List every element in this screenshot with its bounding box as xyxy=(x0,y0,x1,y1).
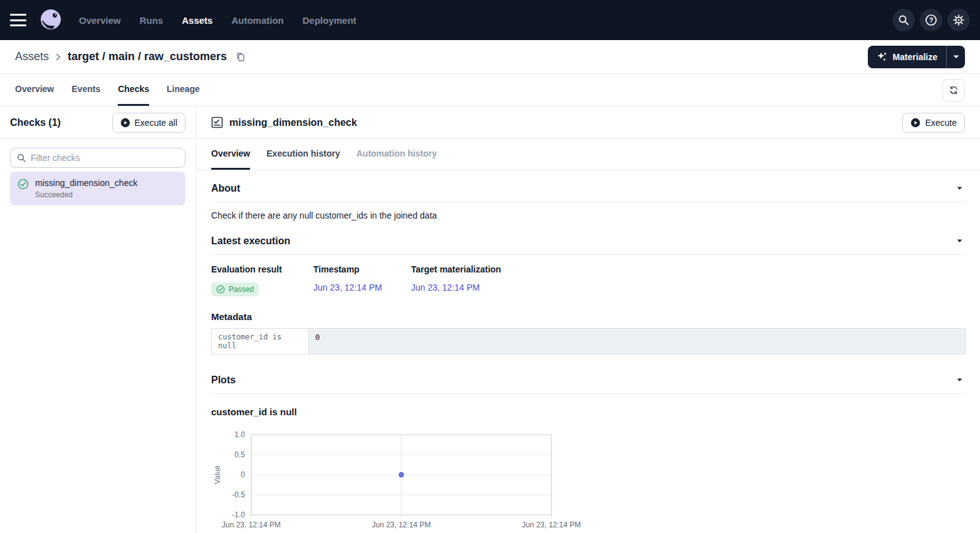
search-icon xyxy=(17,153,26,162)
copy-button[interactable] xyxy=(236,52,246,62)
materialize-button[interactable]: Materialize xyxy=(868,46,946,68)
check-circle-icon xyxy=(18,179,29,190)
status-badge: Passed xyxy=(211,282,259,296)
tab-lineage[interactable]: Lineage xyxy=(167,74,200,106)
plots-section-header: Plots xyxy=(196,354,980,393)
tab-checks[interactable]: Checks xyxy=(118,74,149,106)
plots-collapse-button[interactable] xyxy=(954,376,965,385)
asset-key-path: target / main / raw_customers xyxy=(68,50,227,63)
latest-execution-collapse-button[interactable] xyxy=(954,237,965,246)
check-description: Check if there are any null customer_ids… xyxy=(196,202,980,222)
metadata-value: 0 xyxy=(309,329,965,354)
nav-item-assets[interactable]: Assets xyxy=(182,15,212,26)
svg-text:-0.5: -0.5 xyxy=(232,490,245,499)
plots-heading: Plots xyxy=(211,375,236,386)
svg-text:Jun 23, 12:14 PM: Jun 23, 12:14 PM xyxy=(222,520,281,529)
search-icon xyxy=(898,14,909,26)
chevron-right-icon xyxy=(55,53,61,61)
check-detail-tabs: Overview Execution history Automation hi… xyxy=(196,139,980,170)
materialize-label: Materialize xyxy=(892,52,937,62)
tab-automation-history[interactable]: Automation history xyxy=(357,139,437,170)
hamburger-menu-icon[interactable] xyxy=(10,14,26,26)
metadata-heading: Metadata xyxy=(196,296,980,328)
col-timestamp: Timestamp xyxy=(313,264,411,274)
refresh-button[interactable] xyxy=(942,79,965,101)
latest-execution-section-header: Latest execution xyxy=(196,222,980,254)
nav-item-deployment[interactable]: Deployment xyxy=(303,15,357,26)
svg-text:Jun 23, 12:14 PM: Jun 23, 12:14 PM xyxy=(372,520,430,529)
tab-events[interactable]: Events xyxy=(71,74,100,106)
tab-check-overview[interactable]: Overview xyxy=(211,139,250,170)
metadata-key: customer_id is null xyxy=(212,329,309,354)
col-evaluation-result: Evaluation result xyxy=(211,264,313,274)
about-collapse-button[interactable] xyxy=(954,184,965,193)
value-plot-container: 1.00.50-0.5-1.0Jun 23, 12:14 PMJun 23, 1… xyxy=(196,417,980,533)
primary-nav: Overview Runs Assets Automation Deployme… xyxy=(79,15,357,26)
svg-text:?: ? xyxy=(929,16,934,24)
check-detail-panel: missing_dimension_check Execute Overview… xyxy=(196,106,980,533)
help-icon: ? xyxy=(925,14,937,26)
sparkle-icon xyxy=(877,51,887,62)
checks-sidebar: Checks (1) Execute all missing_d xyxy=(0,106,196,533)
caret-down-icon xyxy=(957,378,962,382)
breadcrumb: Assets target / main / raw_customers xyxy=(15,50,246,63)
refresh-icon xyxy=(949,85,959,95)
nav-actions: ? xyxy=(892,9,970,31)
dagster-logo[interactable] xyxy=(38,7,64,33)
latest-execution-table: Evaluation result Passed Timestamp Jun 2… xyxy=(196,255,980,296)
nav-item-runs[interactable]: Runs xyxy=(140,15,164,26)
execute-button[interactable]: Execute xyxy=(902,113,965,133)
evaluation-result-value: Passed xyxy=(229,285,254,294)
check-item-status: Succeeded xyxy=(35,190,137,199)
copy-icon xyxy=(236,52,246,62)
caret-down-icon xyxy=(957,187,962,190)
breadcrumb-bar: Assets target / main / raw_customers Mat… xyxy=(0,40,980,74)
svg-text:Value: Value xyxy=(213,465,222,484)
materialize-split-button: Materialize xyxy=(868,46,965,68)
breadcrumb-assets-link[interactable]: Assets xyxy=(15,50,49,63)
svg-text:0.5: 0.5 xyxy=(234,450,245,459)
target-materialization-link[interactable]: Jun 23, 12:14 PM xyxy=(411,282,501,292)
check-title: missing_dimension_check xyxy=(229,117,357,128)
svg-text:-1.0: -1.0 xyxy=(232,510,245,519)
svg-text:1.0: 1.0 xyxy=(234,430,245,439)
check-circle-icon xyxy=(216,285,225,294)
settings-button[interactable] xyxy=(947,9,970,31)
metadata-table: customer_id is null 0 xyxy=(211,328,966,354)
materialize-dropdown-button[interactable] xyxy=(946,46,965,68)
filter-checks-box xyxy=(10,148,185,168)
execute-all-button[interactable]: Execute all xyxy=(112,113,185,133)
play-icon xyxy=(910,118,920,128)
asset-check-icon xyxy=(211,116,223,128)
gear-icon xyxy=(952,14,965,26)
help-button[interactable]: ? xyxy=(920,9,942,31)
dagster-octopus-icon xyxy=(38,8,63,33)
timestamp-link[interactable]: Jun 23, 12:14 PM xyxy=(313,282,411,292)
col-target-materialization: Target materialization xyxy=(411,264,501,274)
about-section-header: About xyxy=(196,170,980,202)
top-nav: Overview Runs Assets Automation Deployme… xyxy=(0,0,980,40)
caret-down-icon xyxy=(957,239,962,243)
nav-item-automation[interactable]: Automation xyxy=(231,15,283,26)
value-plot: 1.00.50-0.5-1.0Jun 23, 12:14 PMJun 23, 1… xyxy=(211,430,600,533)
nav-item-overview[interactable]: Overview xyxy=(79,15,121,26)
asset-tabs: Overview Events Checks Lineage xyxy=(0,74,980,106)
tab-execution-history[interactable]: Execution history xyxy=(266,139,340,170)
filter-checks-input[interactable] xyxy=(31,153,179,163)
about-heading: About xyxy=(211,183,240,194)
latest-execution-heading: Latest execution xyxy=(211,235,290,247)
plot-title: customer_id is null xyxy=(196,394,980,417)
checks-page: Checks (1) Execute all missing_d xyxy=(0,106,980,533)
play-icon xyxy=(120,118,130,128)
execute-all-label: Execute all xyxy=(135,118,177,128)
check-item-name: missing_dimension_check xyxy=(35,178,137,188)
check-list-item[interactable]: missing_dimension_check Succeeded xyxy=(10,172,185,205)
search-button[interactable] xyxy=(892,9,915,31)
chevron-down-icon xyxy=(953,55,959,59)
tab-overview[interactable]: Overview xyxy=(15,74,54,106)
execute-label: Execute xyxy=(925,118,957,128)
checks-panel-title: Checks (1) xyxy=(10,117,61,128)
svg-text:Jun 23, 12:14 PM: Jun 23, 12:14 PM xyxy=(522,520,581,529)
svg-text:0: 0 xyxy=(241,470,245,479)
